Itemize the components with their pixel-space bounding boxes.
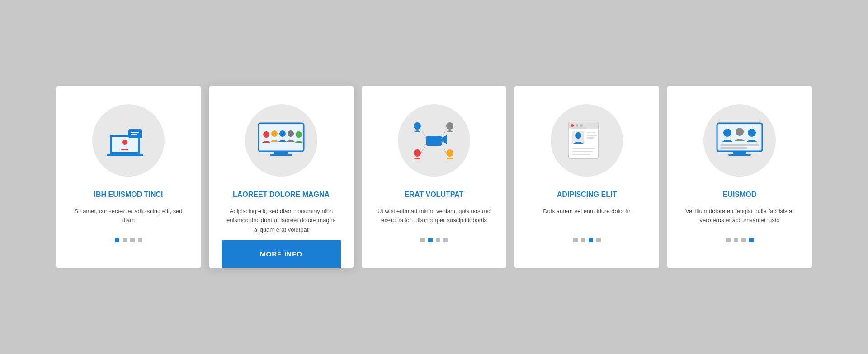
card-1: IBH EUISMOD TINCI Sit amet, consectetuer… bbox=[56, 86, 201, 268]
cards-container: IBH EUISMOD TINCI Sit amet, consectetuer… bbox=[29, 68, 839, 286]
svg-rect-34 bbox=[587, 132, 595, 133]
svg-point-31 bbox=[580, 124, 583, 127]
svg-rect-39 bbox=[572, 154, 590, 155]
svg-line-26 bbox=[442, 144, 446, 153]
svg-rect-37 bbox=[572, 148, 595, 149]
svg-point-12 bbox=[263, 131, 269, 138]
dot-4-1 bbox=[581, 238, 585, 242]
svg-rect-35 bbox=[587, 135, 597, 136]
svg-point-20 bbox=[446, 149, 453, 157]
dot-3-0 bbox=[420, 238, 425, 242]
dot-1-2 bbox=[130, 238, 135, 242]
svg-rect-48 bbox=[720, 147, 747, 149]
dot-5-2 bbox=[741, 238, 746, 242]
card-5-text: Vel illum dolore eu feugiat nulla facili… bbox=[680, 207, 799, 226]
svg-point-14 bbox=[279, 130, 286, 137]
svg-point-18 bbox=[446, 122, 453, 130]
icon-circle-4 bbox=[551, 104, 623, 177]
svg-line-25 bbox=[421, 144, 426, 153]
svg-point-29 bbox=[571, 124, 574, 127]
network-camera-icon bbox=[409, 119, 459, 162]
monitor-team-icon bbox=[715, 121, 764, 159]
dot-3-2 bbox=[436, 238, 440, 242]
icon-circle-1 bbox=[92, 104, 165, 177]
icon-circle-5 bbox=[703, 104, 776, 177]
svg-rect-21 bbox=[426, 136, 442, 146]
svg-point-33 bbox=[575, 132, 581, 139]
card-1-dots bbox=[115, 238, 142, 242]
card-3-dots bbox=[420, 238, 448, 242]
svg-rect-47 bbox=[720, 144, 759, 146]
svg-line-23 bbox=[421, 129, 426, 139]
svg-point-13 bbox=[271, 130, 278, 137]
svg-rect-43 bbox=[728, 154, 751, 156]
svg-point-3 bbox=[122, 140, 127, 145]
card-4-dots bbox=[573, 238, 601, 242]
card-4: ADIPISCING ELIT Duis autem vel eum iriur… bbox=[514, 86, 659, 268]
svg-rect-2 bbox=[107, 154, 143, 156]
svg-rect-36 bbox=[587, 137, 594, 139]
svg-rect-10 bbox=[274, 151, 288, 154]
laptop-chat-icon bbox=[106, 122, 151, 158]
svg-point-44 bbox=[723, 129, 731, 137]
card-2-title: LAOREET DOLORE MAGNA bbox=[233, 190, 330, 200]
dot-3-3 bbox=[443, 238, 448, 242]
card-1-title: IBH EUISMOD TINCI bbox=[94, 190, 163, 200]
svg-point-16 bbox=[296, 131, 302, 138]
svg-point-45 bbox=[736, 128, 744, 136]
dot-5-1 bbox=[734, 238, 738, 242]
svg-point-15 bbox=[288, 130, 294, 137]
svg-rect-38 bbox=[572, 151, 593, 152]
dot-4-0 bbox=[573, 238, 578, 242]
dot-4-3 bbox=[596, 238, 601, 242]
card-4-title: ADIPISCING ELIT bbox=[557, 190, 617, 200]
card-2-text: Adipiscing elit, sed diam nonummy nibh e… bbox=[222, 207, 341, 236]
svg-point-30 bbox=[576, 124, 578, 127]
card-1-text: Sit amet, consectetuer adipiscing elit, … bbox=[69, 207, 188, 226]
card-3-text: Ut wisi enim ad minim veniam, quis nostr… bbox=[374, 207, 494, 226]
icon-circle-2 bbox=[245, 104, 317, 177]
svg-rect-42 bbox=[733, 151, 746, 154]
card-3-title: ERAT VOLUTPAT bbox=[405, 190, 464, 200]
card-5: EUISMOD Vel illum dolore eu feugiat null… bbox=[667, 86, 812, 268]
dot-5-3 bbox=[749, 238, 754, 242]
card-3: ERAT VOLUTPAT Ut wisi enim ad minim veni… bbox=[362, 86, 506, 268]
dot-1-3 bbox=[138, 238, 142, 242]
dot-1-1 bbox=[123, 238, 127, 242]
card-5-title: EUISMOD bbox=[723, 190, 757, 200]
card-2: LAOREET DOLORE MAGNA Adipiscing elit, se… bbox=[209, 86, 354, 268]
dot-3-1 bbox=[428, 238, 433, 242]
profile-page-icon bbox=[564, 120, 609, 161]
card-5-dots bbox=[726, 238, 754, 242]
svg-point-17 bbox=[414, 122, 421, 130]
card-4-text: Duis autem vel eum iriure dolor in bbox=[543, 207, 631, 226]
icon-circle-3 bbox=[398, 104, 470, 177]
svg-rect-11 bbox=[270, 154, 292, 156]
dot-5-0 bbox=[726, 238, 731, 242]
svg-point-46 bbox=[748, 129, 756, 137]
svg-marker-22 bbox=[442, 135, 447, 144]
dot-4-2 bbox=[589, 238, 593, 242]
svg-rect-4 bbox=[128, 129, 142, 138]
svg-point-19 bbox=[414, 149, 421, 157]
more-info-button[interactable]: MORE INFO bbox=[222, 240, 341, 268]
monitor-group-icon bbox=[256, 121, 306, 159]
dot-1-0 bbox=[115, 238, 119, 242]
